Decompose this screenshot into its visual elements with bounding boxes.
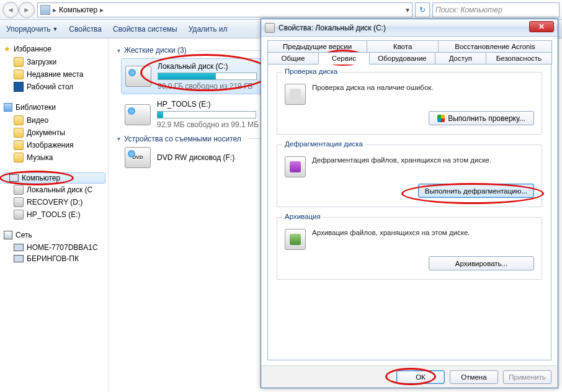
dvd-name: DVD RW дисковод (F:) (157, 153, 234, 163)
address-bar: ◄ ► ▸ Компьютер ▸ ▾ ↻ Поиск: Компьютер (0, 0, 562, 20)
breadcrumb-item[interactable]: Компьютер (59, 6, 97, 14)
drive-icon (14, 210, 24, 220)
tab-security[interactable]: Безопасность (486, 52, 552, 65)
tab-hardware[interactable]: Оборудование (369, 52, 435, 65)
system-properties-button[interactable]: Свойства системы (113, 25, 177, 33)
defrag-icon (285, 156, 306, 177)
computer-icon (9, 174, 19, 182)
dvd-drive-icon: DVD (125, 147, 151, 168)
computer-icon (14, 255, 24, 262)
check-disk-icon (285, 84, 306, 105)
tab-tools[interactable]: Сервис (318, 52, 370, 65)
uninstall-button[interactable]: Удалить ил (189, 25, 228, 33)
chevron-down-icon: ▾ (117, 47, 120, 54)
favorites-header[interactable]: ★Избранное (2, 43, 105, 56)
check-disk-group: Проверка диска Проверка диска на наличие… (277, 72, 542, 135)
defrag-text: Дефрагментация файлов, хранящихся на это… (312, 156, 534, 164)
search-placeholder: Поиск: Компьютер (435, 6, 502, 14)
properties-dialog: Свойства: Локальный диск (C:) ✕ Предыдущ… (261, 19, 558, 388)
archive-legend: Архивация (282, 213, 323, 220)
nav-drive-d[interactable]: RECOVERY (D:) (2, 196, 105, 208)
tab-previous-versions[interactable]: Предыдущие версии (267, 40, 367, 53)
network-icon (4, 231, 12, 239)
chevron-down-icon: ▾ (117, 135, 120, 142)
network-header[interactable]: Сеть (2, 229, 105, 242)
cancel-button[interactable]: Отмена (450, 370, 498, 384)
libraries-header[interactable]: Библиотеки (2, 102, 105, 114)
drive-icon (14, 185, 24, 195)
picture-icon (14, 140, 24, 150)
dropdown-icon[interactable]: ▾ (406, 6, 409, 14)
defrag-group: Дефрагментация диска Дефрагментация файл… (277, 145, 542, 207)
ok-button[interactable]: ОК (396, 370, 445, 384)
nav-drive-c[interactable]: Локальный диск (C (2, 184, 105, 196)
drive-icon (125, 66, 151, 87)
drive-icon (265, 23, 275, 33)
nav-documents[interactable]: Документы (2, 127, 105, 139)
archive-group: Архивация Архивация файлов, хранящихся н… (277, 217, 542, 280)
drive-e-name: HP_TOOLS (E:) (157, 99, 259, 109)
drive-c-name: Локальный диск (C:) (158, 61, 257, 71)
nav-back-button[interactable]: ◄ (2, 2, 19, 18)
nav-music[interactable]: Музыка (2, 151, 105, 164)
organize-menu[interactable]: Упорядочить▼ (6, 25, 58, 33)
breadcrumb-bar[interactable]: ▸ Компьютер ▸ ▾ (37, 2, 413, 17)
chevron-down-icon: ▼ (52, 26, 58, 32)
archive-button[interactable]: Архивировать... (429, 256, 534, 270)
computer-icon (40, 5, 50, 15)
tab-quota[interactable]: Квота (367, 40, 439, 53)
drive-icon (125, 104, 151, 125)
nav-computer[interactable]: Компьютер (2, 172, 105, 184)
drive-c-usage-bar (158, 73, 257, 80)
shield-icon (437, 115, 445, 122)
chevron-right-icon: ▸ (53, 6, 56, 14)
defrag-button[interactable]: Выполнить дефрагментацию... (418, 184, 534, 198)
defrag-legend: Дефрагментация диска (282, 140, 365, 148)
computer-icon (14, 244, 24, 251)
tab-general[interactable]: Общие (267, 52, 319, 65)
tools-tab-page: Проверка диска Проверка диска на наличие… (267, 64, 551, 360)
search-input[interactable]: Поиск: Компьютер (432, 2, 560, 17)
chevron-right-icon: ▸ (100, 6, 104, 14)
nav-desktop[interactable]: Рабочий стол (2, 81, 105, 93)
music-icon (14, 153, 24, 163)
close-button[interactable]: ✕ (529, 21, 554, 32)
navigation-pane: ★Избранное Загрузки Недавние места Рабоч… (0, 38, 109, 392)
refresh-button[interactable]: ↻ (415, 2, 430, 17)
nav-net-host2[interactable]: БЕРИНГОВ-ПК (2, 253, 105, 264)
star-icon: ★ (4, 45, 11, 53)
tab-acronis[interactable]: Восстановление Acronis (438, 40, 552, 53)
nav-net-host1[interactable]: HOME-7707DBBA1C (2, 242, 105, 253)
tab-sharing[interactable]: Доступ (435, 52, 486, 65)
apply-button[interactable]: Применить (503, 370, 551, 384)
dialog-titlebar[interactable]: Свойства: Локальный диск (C:) ✕ (261, 19, 558, 37)
check-disk-button[interactable]: Выполнить проверку... (429, 111, 534, 125)
nav-drive-e[interactable]: HP_TOOLS (E:) (2, 208, 105, 221)
nav-forward-button[interactable]: ► (19, 2, 35, 18)
drive-e-free: 92,9 МБ свободно из 99,1 МБ (157, 120, 259, 130)
folder-icon (14, 69, 24, 79)
archive-icon (285, 229, 306, 250)
desktop-icon (14, 82, 24, 92)
video-icon (14, 115, 24, 125)
dialog-title: Свойства: Локальный диск (C:) (279, 24, 386, 32)
nav-recent[interactable]: Недавние места (2, 68, 105, 81)
nav-downloads[interactable]: Загрузки (2, 56, 105, 68)
properties-button[interactable]: Свойства (69, 25, 102, 33)
drive-e-usage-bar (157, 111, 256, 118)
drive-c-free: 90,0 ГБ свободно из 219 ГБ (158, 81, 257, 91)
nav-videos[interactable]: Видео (2, 114, 105, 127)
folder-icon (14, 57, 24, 67)
drive-icon (14, 197, 24, 207)
nav-pictures[interactable]: Изображения (2, 139, 105, 151)
dialog-footer: ОК Отмена Применить (261, 365, 558, 388)
library-icon (4, 103, 12, 112)
archive-text: Архивация файлов, хранящихся на этом дис… (312, 229, 534, 236)
check-disk-text: Проверка диска на наличие ошибок. (312, 84, 534, 91)
dialog-tabs: Предыдущие версии Квота Восстановление A… (267, 40, 551, 64)
check-disk-legend: Проверка диска (282, 68, 340, 75)
document-icon (14, 128, 24, 138)
